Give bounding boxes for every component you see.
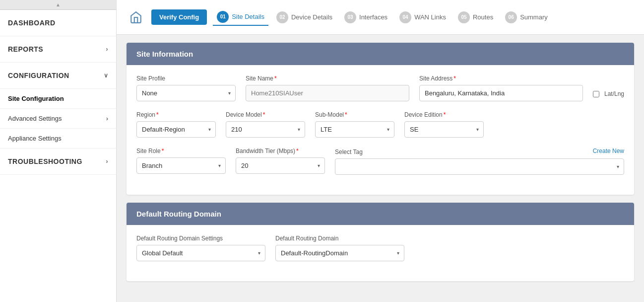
site-role-select[interactable]: Branch bbox=[136, 157, 226, 174]
sub-model-select[interactable]: LTE bbox=[315, 121, 394, 138]
sidebar-item-label: CONFIGURATION bbox=[8, 72, 69, 79]
site-address-input[interactable] bbox=[419, 85, 583, 101]
device-edition-select[interactable]: SE bbox=[404, 121, 484, 138]
region-select-wrapper: Default-Region ▾ bbox=[136, 121, 216, 138]
select-tag-select[interactable] bbox=[335, 158, 624, 175]
region-select[interactable]: Default-Region bbox=[136, 121, 216, 138]
sidebar-item-reports[interactable]: REPORTS › bbox=[0, 36, 116, 63]
sub-model-select-wrapper: LTE ▾ bbox=[315, 121, 394, 138]
routing-domain-label: Default Routing Domain bbox=[275, 235, 404, 242]
site-information-body: Site Profile None ▾ Site Name* bbox=[127, 65, 634, 195]
sidebar-sub-item-label: Advanced Settings bbox=[8, 115, 62, 122]
routing-form-row: Default Routing Domain Settings Global D… bbox=[136, 235, 624, 261]
step-label: Site Details bbox=[232, 13, 264, 20]
site-name-label: Site Name* bbox=[246, 75, 409, 82]
latlng-group: Lat/Lng bbox=[593, 90, 624, 101]
main-content: Verify Config 01 Site Details 02 Device … bbox=[117, 0, 644, 302]
site-role-select-wrapper: Branch ▾ bbox=[136, 157, 226, 174]
bandwidth-tier-select[interactable]: 20 bbox=[236, 157, 325, 174]
site-name-input[interactable] bbox=[246, 85, 409, 101]
routing-domain-group: Default Routing Domain Default-RoutingDo… bbox=[275, 235, 404, 261]
device-edition-select-wrapper: SE ▾ bbox=[404, 121, 484, 138]
site-profile-group: Site Profile None ▾ bbox=[136, 75, 236, 101]
routing-settings-label: Default Routing Domain Settings bbox=[136, 235, 265, 242]
step-number: 03 bbox=[344, 11, 356, 23]
device-model-select-wrapper: 210 ▾ bbox=[226, 121, 305, 138]
sidebar-item-troubleshooting[interactable]: TROUBLESHOOTING › bbox=[0, 149, 116, 175]
bandwidth-tier-select-wrapper: 20 ▾ bbox=[236, 157, 325, 174]
chevron-right-icon: › bbox=[106, 115, 108, 122]
chevron-down-icon: ∨ bbox=[104, 72, 109, 79]
site-address-group: Site Address* bbox=[419, 75, 583, 101]
routing-domain-select-wrapper: Default-RoutingDomain ▾ bbox=[275, 245, 404, 261]
step-number: 02 bbox=[276, 11, 288, 23]
sidebar-sub-item-appliance-settings[interactable]: Appliance Settings bbox=[0, 129, 116, 149]
sidebar-item-dashboard[interactable]: DASHBOARD bbox=[0, 10, 116, 36]
chevron-right-icon: › bbox=[106, 46, 109, 53]
site-address-label: Site Address* bbox=[419, 75, 583, 82]
sidebar-item-label: DASHBOARD bbox=[8, 19, 56, 27]
site-profile-select[interactable]: None bbox=[136, 85, 236, 101]
step-number: 06 bbox=[505, 11, 517, 23]
step-routes[interactable]: 05 Routes bbox=[454, 9, 497, 25]
step-label: Summary bbox=[520, 13, 548, 21]
latlng-label: Lat/Lng bbox=[604, 90, 624, 97]
step-site-details[interactable]: 01 Site Details bbox=[213, 9, 268, 26]
default-routing-domain-body: Default Routing Domain Settings Global D… bbox=[127, 225, 634, 281]
form-row-3: Site Role* Branch ▾ Bandwidth Tier (Mbps… bbox=[136, 148, 624, 175]
select-tag-label: Select Tag bbox=[335, 149, 363, 155]
step-label: Interfaces bbox=[359, 13, 387, 21]
routing-settings-group: Default Routing Domain Settings Global D… bbox=[136, 235, 265, 261]
tag-row-header: Select Tag Create New bbox=[335, 148, 624, 155]
latlng-checkbox[interactable] bbox=[593, 91, 599, 97]
step-wan-links[interactable]: 04 WAN Links bbox=[395, 9, 450, 25]
step-label: Device Details bbox=[291, 13, 332, 21]
top-navigation: Verify Config 01 Site Details 02 Device … bbox=[117, 0, 644, 35]
select-tag-select-wrapper: ▾ bbox=[335, 158, 624, 175]
step-number: 05 bbox=[458, 11, 470, 23]
scroll-indicator: ▲ bbox=[0, 0, 116, 10]
routing-domain-select[interactable]: Default-RoutingDomain bbox=[275, 245, 404, 261]
bandwidth-tier-label: Bandwidth Tier (Mbps)* bbox=[236, 148, 325, 154]
sidebar-sub-item-label: Appliance Settings bbox=[8, 135, 62, 142]
bandwidth-tier-group: Bandwidth Tier (Mbps)* 20 ▾ bbox=[236, 148, 325, 174]
sub-model-label: Sub-Model* bbox=[315, 111, 394, 118]
site-role-group: Site Role* Branch ▾ bbox=[136, 148, 226, 174]
select-tag-group: Select Tag Create New ▾ bbox=[335, 148, 624, 175]
form-row-1: Site Profile None ▾ Site Name* bbox=[136, 75, 624, 101]
site-profile-label: Site Profile bbox=[136, 75, 236, 82]
region-group: Region* Default-Region ▾ bbox=[136, 111, 216, 138]
site-name-group: Site Name* bbox=[246, 75, 409, 101]
default-routing-domain-card: Default Routing Domain Default Routing D… bbox=[127, 203, 634, 281]
device-model-group: Device Model* 210 ▾ bbox=[226, 111, 305, 138]
device-edition-group: Device Edition* SE ▾ bbox=[404, 111, 484, 138]
sidebar-sub-item-label: Site Configuration bbox=[8, 95, 64, 102]
step-label: Routes bbox=[473, 13, 493, 21]
home-button[interactable] bbox=[127, 8, 145, 27]
sidebar-item-configuration[interactable]: CONFIGURATION ∨ bbox=[0, 63, 116, 89]
step-interfaces[interactable]: 03 Interfaces bbox=[340, 9, 391, 25]
device-model-select[interactable]: 210 bbox=[226, 121, 305, 138]
sidebar-sub-item-site-configuration[interactable]: Site Configuration bbox=[0, 89, 116, 109]
chevron-right-icon: › bbox=[106, 158, 109, 165]
sidebar-item-label: TROUBLESHOOTING bbox=[8, 157, 82, 165]
step-summary[interactable]: 06 Summary bbox=[501, 9, 552, 25]
device-edition-label: Device Edition* bbox=[404, 111, 484, 118]
step-label: WAN Links bbox=[414, 13, 446, 21]
sub-model-group: Sub-Model* LTE ▾ bbox=[315, 111, 394, 138]
site-role-label: Site Role* bbox=[136, 148, 226, 154]
sidebar-sub-item-advanced-settings[interactable]: Advanced Settings › bbox=[0, 109, 116, 129]
site-profile-select-wrapper: None ▾ bbox=[136, 85, 236, 101]
create-new-link[interactable]: Create New bbox=[593, 148, 624, 155]
form-row-2: Region* Default-Region ▾ Device Model* bbox=[136, 111, 624, 138]
content-area: Site Information Site Profile None ▾ bbox=[117, 35, 644, 302]
step-device-details[interactable]: 02 Device Details bbox=[272, 9, 336, 25]
site-information-header: Site Information bbox=[127, 43, 634, 65]
site-information-card: Site Information Site Profile None ▾ bbox=[127, 43, 634, 195]
device-model-label: Device Model* bbox=[226, 111, 305, 118]
verify-config-button[interactable]: Verify Config bbox=[151, 9, 207, 25]
routing-settings-select[interactable]: Global Default bbox=[136, 245, 265, 261]
step-number: 04 bbox=[399, 11, 411, 23]
sidebar-item-label: REPORTS bbox=[8, 45, 43, 53]
step-number: 01 bbox=[217, 11, 229, 23]
